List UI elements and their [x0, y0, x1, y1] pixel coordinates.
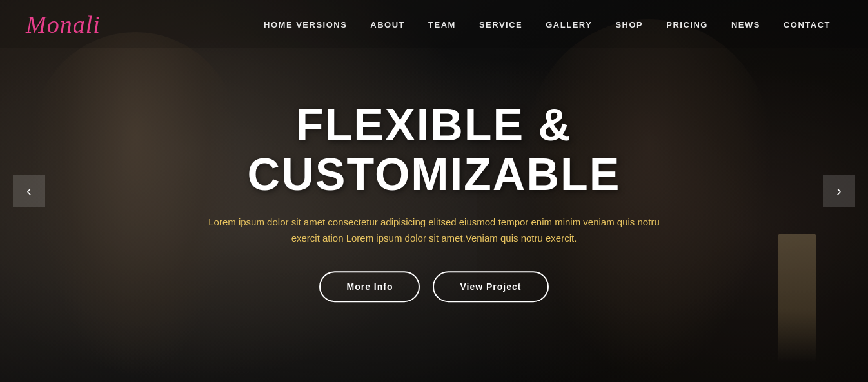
nav-link-team[interactable]: TEAM [417, 20, 468, 30]
hero-title: FLEXIBLE & CUSTOMIZABLE [176, 100, 692, 200]
hero-content: FLEXIBLE & CUSTOMIZABLE Lorem ipsum dolo… [176, 100, 692, 302]
nav-item-gallery[interactable]: GALLERY [534, 19, 604, 30]
nav-link-home-versions[interactable]: HOME VERSIONS [252, 20, 359, 30]
hero-subtitle: Lorem ipsum dolor sit amet consectetur a… [208, 214, 660, 247]
chevron-right-icon: › [836, 183, 841, 200]
nav-link-shop[interactable]: SHOP [604, 20, 655, 30]
view-project-button[interactable]: View Project [433, 271, 548, 302]
navbar: Monali HOME VERSIONS ABOUT TEAM SERVICE … [0, 0, 868, 48]
nav-item-contact[interactable]: CONTACT [772, 19, 842, 30]
nav-link-service[interactable]: SERVICE [468, 20, 534, 30]
carousel-arrow-left[interactable]: ‹ [13, 175, 45, 207]
logo[interactable]: Monali [26, 10, 101, 39]
nav-link-about[interactable]: ABOUT [359, 20, 417, 30]
logo-text: Monali [26, 11, 101, 38]
nav-item-home-versions[interactable]: HOME VERSIONS [252, 19, 359, 30]
nav-item-service[interactable]: SERVICE [468, 19, 534, 30]
chevron-left-icon: ‹ [26, 183, 31, 200]
nav-item-team[interactable]: TEAM [417, 19, 468, 30]
carousel-arrow-right[interactable]: › [823, 175, 855, 207]
more-info-button[interactable]: More Info [319, 271, 420, 302]
hero-buttons: More Info View Project [176, 271, 692, 302]
nav-item-about[interactable]: ABOUT [359, 19, 417, 30]
nav-link-gallery[interactable]: GALLERY [534, 20, 604, 30]
nav-link-pricing[interactable]: PRICING [655, 20, 720, 30]
nav-link-contact[interactable]: CONTACT [772, 20, 842, 30]
nav-link-news[interactable]: NEWS [720, 20, 772, 30]
nav-item-news[interactable]: NEWS [720, 19, 772, 30]
nav-links: HOME VERSIONS ABOUT TEAM SERVICE GALLERY… [252, 19, 842, 30]
hero-section: Monali HOME VERSIONS ABOUT TEAM SERVICE … [0, 0, 868, 382]
nav-item-pricing[interactable]: PRICING [655, 19, 720, 30]
nav-item-shop[interactable]: SHOP [604, 19, 655, 30]
